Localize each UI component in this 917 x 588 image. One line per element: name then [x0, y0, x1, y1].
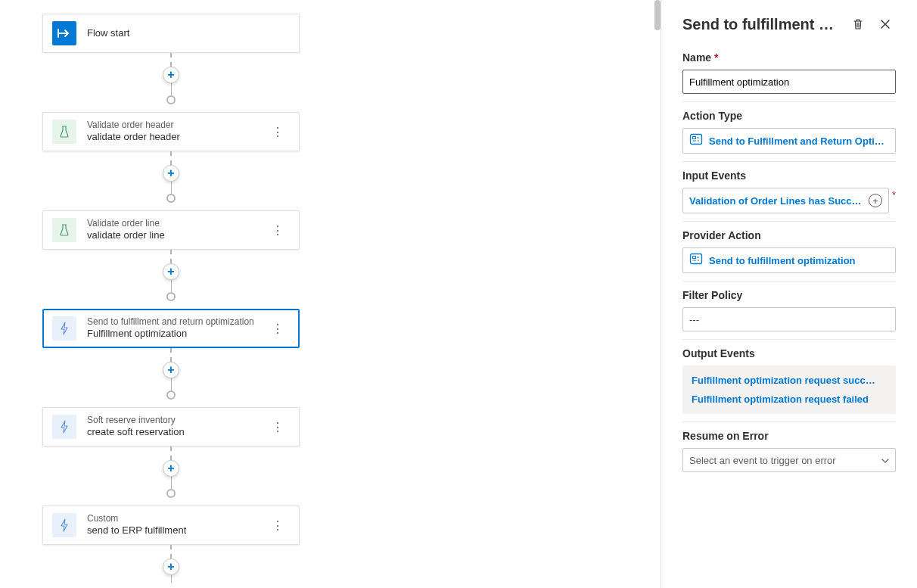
node-subtitle: Custom: [87, 513, 266, 525]
connector: +: [163, 151, 179, 210]
flow-node-fulfillment-optimization[interactable]: Send to fulfillment and return optimizat…: [42, 309, 300, 348]
flask-icon: [52, 218, 76, 242]
output-event-item[interactable]: Fulfillment optimization request succ…: [692, 375, 887, 386]
close-button[interactable]: [875, 14, 896, 35]
input-events-selector[interactable]: Validation of Order Lines has Succeed… +: [682, 188, 889, 213]
resume-on-error-label: Resume on Error: [682, 430, 896, 442]
action-type-label: Action Type: [682, 110, 896, 122]
add-step-button[interactable]: +: [163, 165, 179, 182]
node-more-menu[interactable]: ⋮: [266, 417, 290, 437]
add-input-event-button[interactable]: +: [869, 194, 882, 207]
flow-column: Flow start + Validate order header valid…: [42, 0, 300, 583]
add-step-button[interactable]: +: [163, 67, 179, 83]
svg-rect-4: [693, 257, 696, 259]
flow-node-validate-header[interactable]: Validate order header validate order hea…: [42, 112, 300, 151]
provider-action-selector[interactable]: Send to fulfillment optimization: [682, 247, 896, 273]
node-subtitle: Validate order header: [87, 120, 266, 132]
node-more-menu[interactable]: ⋮: [266, 220, 290, 241]
connector: +: [163, 545, 179, 583]
flow-start-icon: [52, 21, 76, 45]
node-subtitle: Soft reserve inventory: [87, 415, 266, 427]
node-title: send to ERP fulfillment: [87, 524, 266, 537]
output-events-list: Fulfillment optimization request succ… F…: [682, 366, 896, 414]
delete-button[interactable]: [847, 14, 869, 35]
node-title: validate order header: [87, 131, 266, 144]
flow-node-send-erp[interactable]: Custom send to ERP fulfillment ⋮: [42, 506, 300, 545]
action-type-selector[interactable]: Send to Fulfillment and Return Optimiza…: [682, 128, 896, 154]
resume-placeholder: Select an event to trigger on error: [689, 455, 836, 466]
node-subtitle: Validate order line: [87, 218, 266, 230]
svg-rect-2: [693, 137, 696, 139]
flow-start-node[interactable]: Flow start: [42, 14, 300, 53]
add-step-button[interactable]: +: [163, 460, 179, 477]
name-input[interactable]: [682, 70, 896, 94]
node-title: validate order line: [87, 229, 266, 242]
action-type-value: Send to Fulfillment and Return Optimiza…: [709, 135, 889, 147]
output-event-item[interactable]: Fulfillment optimization request failed: [692, 394, 887, 405]
flow-start-label: Flow start: [87, 27, 290, 40]
connector: +: [163, 250, 179, 309]
node-more-menu[interactable]: ⋮: [266, 515, 290, 536]
bolt-icon: [52, 415, 76, 439]
node-more-menu[interactable]: ⋮: [266, 319, 290, 339]
connector: +: [163, 53, 179, 112]
add-step-button[interactable]: +: [163, 362, 179, 378]
node-more-menu[interactable]: ⋮: [266, 122, 290, 142]
provider-action-label: Provider Action: [682, 229, 896, 241]
properties-panel: Send to fulfillment an… Name * Action Ty…: [661, 0, 917, 588]
filter-policy-label: Filter Policy: [682, 289, 896, 301]
resume-on-error-select[interactable]: Select an event to trigger on error: [682, 448, 896, 472]
name-label: Name *: [682, 51, 896, 64]
flow-canvas[interactable]: Flow start + Validate order header valid…: [0, 0, 661, 588]
optimization-icon: [689, 133, 703, 148]
node-subtitle: Send to fulfillment and return optimizat…: [87, 316, 266, 328]
provider-action-value: Send to fulfillment optimization: [709, 255, 889, 266]
node-title: Fulfillment optimization: [87, 328, 266, 341]
input-events-value: Validation of Order Lines has Succeed…: [689, 195, 863, 207]
bolt-icon: [52, 316, 76, 341]
node-title: create soft reservation: [87, 426, 266, 439]
optimization-icon: [689, 253, 703, 268]
add-step-button[interactable]: +: [163, 263, 179, 280]
connector: +: [163, 446, 179, 506]
add-step-button[interactable]: +: [163, 558, 179, 575]
filter-policy-input[interactable]: ---: [682, 307, 896, 331]
bolt-icon: [52, 513, 76, 537]
panel-title: Send to fulfillment an…: [682, 16, 841, 33]
flow-node-soft-reservation[interactable]: Soft reserve inventory create soft reser…: [42, 407, 300, 446]
flow-node-validate-line[interactable]: Validate order line validate order line …: [42, 210, 300, 250]
connector: +: [163, 348, 179, 407]
input-events-label: Input Events: [682, 170, 896, 182]
flask-icon: [52, 120, 76, 144]
chevron-down-icon: [881, 456, 889, 465]
scrollbar-thumb[interactable]: [654, 0, 661, 30]
output-events-label: Output Events: [682, 347, 896, 359]
